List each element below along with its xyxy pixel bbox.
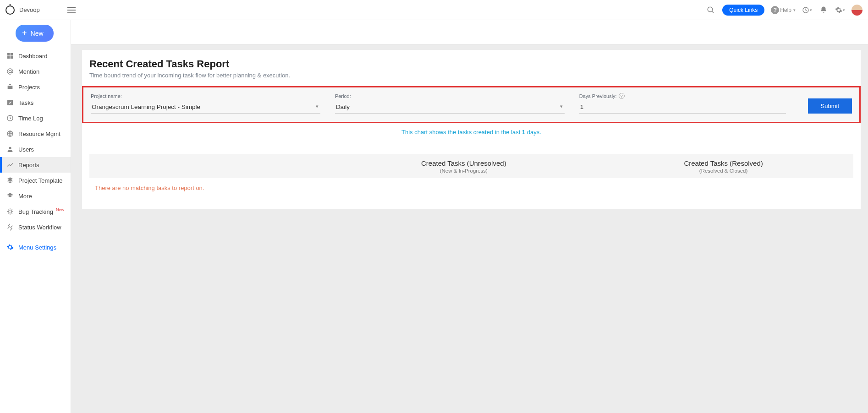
sidebar-item-label: Status Workflow <box>18 224 61 231</box>
chart-note: This chart shows the tasks created in th… <box>89 129 853 136</box>
bug-icon <box>6 208 14 215</box>
notifications-button[interactable] <box>819 5 829 15</box>
col-unresolved-title: Created Tasks (Unresolved) <box>334 159 593 167</box>
filter-project-label: Project name: <box>91 93 320 99</box>
sidebar-item-menu-settings[interactable]: Menu Settings <box>0 239 71 255</box>
help-label: Help <box>780 7 791 13</box>
col-resolved-sub: (Resolved & Closed) <box>593 168 853 174</box>
col-unresolved: Created Tasks (Unresolved) (New & In-Pro… <box>334 159 593 174</box>
svg-rect-6 <box>11 56 13 59</box>
days-input[interactable] <box>579 102 786 114</box>
sidebar-item-label: Bug Tracking <box>18 208 53 215</box>
chevron-down-icon: ▾ <box>843 8 845 12</box>
help-menu[interactable]: ? Help ▾ <box>771 6 796 14</box>
sidebar-item-label: Project Template <box>18 177 63 184</box>
hamburger-icon <box>67 7 76 13</box>
svg-rect-8 <box>7 100 13 105</box>
plus-icon: + <box>22 28 27 38</box>
report-card: Recent Created Tasks Report Time bound t… <box>82 50 861 209</box>
sidebar: + New Dashboard Mention Projects Tasks T… <box>0 20 71 413</box>
project-select-value[interactable] <box>91 102 320 114</box>
sidebar-item-label: Menu Settings <box>18 244 56 251</box>
project-select[interactable] <box>91 102 320 114</box>
clock-icon <box>6 114 14 122</box>
sidebar-item-more[interactable]: More <box>0 188 71 204</box>
info-icon[interactable]: ? <box>619 93 625 99</box>
table-header: Created Tasks (Unresolved) (New & In-Pro… <box>89 154 853 178</box>
submit-button[interactable]: Submit <box>808 98 852 114</box>
workflow-icon <box>6 223 14 231</box>
sidebar-item-timelog[interactable]: Time Log <box>0 110 71 126</box>
sidebar-item-projects[interactable]: Projects <box>0 79 71 95</box>
sidebar-item-bugtracking[interactable]: Bug Tracking New <box>0 204 71 219</box>
period-select[interactable] <box>335 102 565 114</box>
filter-project: Project name: <box>91 93 320 114</box>
sidebar-item-dashboard[interactable]: Dashboard <box>0 48 71 64</box>
search-icon <box>707 6 715 14</box>
search-button[interactable] <box>706 5 716 15</box>
page-subtitle: Time bound trend of your incoming task f… <box>89 72 853 79</box>
svg-rect-4 <box>11 53 13 55</box>
app-header: Devoop Quick Links ? Help ▾ ▾ ▾ <box>0 0 868 20</box>
sidebar-item-users[interactable]: Users <box>0 141 71 157</box>
globe-icon <box>6 130 14 137</box>
bell-icon <box>819 6 828 14</box>
dashboard-icon <box>6 52 14 60</box>
svg-point-7 <box>9 70 11 72</box>
sidebar-item-reports[interactable]: Reports <box>0 157 71 173</box>
sidebar-item-label: Time Log <box>18 115 43 122</box>
svg-rect-3 <box>7 53 10 55</box>
new-button[interactable]: + New <box>16 25 54 42</box>
chart-icon <box>6 161 14 168</box>
user-avatar[interactable] <box>852 5 863 16</box>
col-resolved: Created Tasks (Resolved) (Resolved & Clo… <box>593 159 853 174</box>
layout: + New Dashboard Mention Projects Tasks T… <box>0 20 868 413</box>
sidebar-item-template[interactable]: Project Template <box>0 173 71 188</box>
layers-icon <box>6 177 14 184</box>
top-strip <box>71 20 868 44</box>
filter-panel: Project name: Period: <box>82 86 861 123</box>
app-logo-icon <box>5 5 15 15</box>
clock-icon <box>802 6 809 14</box>
new-button-label: New <box>31 30 44 37</box>
gear-icon <box>6 244 14 251</box>
briefcase-icon <box>6 83 14 91</box>
filter-period-label: Period: <box>335 93 565 99</box>
svg-point-12 <box>9 210 12 213</box>
help-icon: ? <box>771 6 779 14</box>
header-right: Quick Links ? Help ▾ ▾ ▾ <box>706 5 863 16</box>
chevron-down-icon: ▾ <box>793 8 796 12</box>
header-left: Devoop <box>5 5 76 15</box>
svg-line-1 <box>712 11 714 13</box>
brand-name: Devoop <box>19 6 40 13</box>
main-area: Recent Created Tasks Report Time bound t… <box>71 20 868 413</box>
svg-point-11 <box>9 147 11 149</box>
filter-days: Days Previously: ? <box>579 93 786 114</box>
svg-rect-5 <box>7 56 10 59</box>
sidebar-item-mention[interactable]: Mention <box>0 64 71 79</box>
sidebar-item-statusworkflow[interactable]: Status Workflow <box>0 219 71 235</box>
sidebar-item-resource[interactable]: Resource Mgmt <box>0 126 71 141</box>
clock-menu[interactable]: ▾ <box>802 5 812 15</box>
sidebar-item-label: Reports <box>18 162 39 168</box>
mention-icon <box>6 68 14 75</box>
gear-icon <box>835 6 842 14</box>
sidebar-item-label: More <box>18 193 32 200</box>
layers-icon <box>6 192 14 200</box>
checkbox-icon <box>6 99 14 106</box>
sidebar-item-tasks[interactable]: Tasks <box>0 95 71 110</box>
filter-period: Period: <box>335 93 565 114</box>
col-unresolved-sub: (New & In-Progress) <box>334 168 593 174</box>
period-select-value[interactable] <box>335 102 565 114</box>
new-badge: New <box>56 207 64 212</box>
col-resolved-title: Created Tasks (Resolved) <box>593 159 853 167</box>
quick-links-button[interactable]: Quick Links <box>722 5 764 16</box>
sidebar-item-label: Users <box>18 146 34 153</box>
sidebar-item-label: Resource Mgmt <box>18 130 60 137</box>
sidebar-item-label: Mention <box>18 68 39 75</box>
page-title: Recent Created Tasks Report <box>89 58 853 70</box>
settings-menu[interactable]: ▾ <box>835 5 845 15</box>
menu-toggle[interactable] <box>67 7 76 13</box>
sidebar-item-label: Tasks <box>18 99 33 106</box>
no-data-message: There are no matching tasks to report on… <box>89 178 853 198</box>
